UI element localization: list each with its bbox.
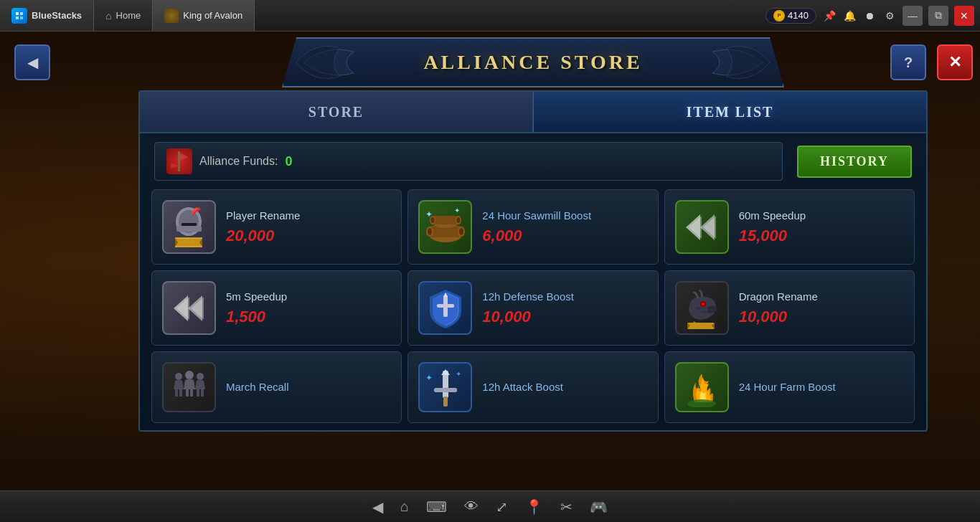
svg-point-28 [456, 217, 460, 223]
item-info: 24 Hour Sawmill Boost 6,000 [482, 209, 647, 246]
svg-rect-51 [179, 388, 182, 397]
svg-point-22 [459, 228, 463, 235]
svg-rect-44 [687, 323, 715, 329]
svg-rect-59 [443, 397, 448, 407]
title-bar-right: P 4140 📌 🔔 ⏺ ⚙ — ⧉ ✕ [765, 6, 980, 26]
item-icon-march [162, 362, 216, 412]
svg-text:✦: ✦ [425, 209, 433, 219]
item-name: Dragon Rename [739, 290, 904, 304]
svg-rect-0 [16, 12, 19, 15]
funds-info: Alliance Funds: 0 [154, 142, 783, 181]
item-icon-speedup-60 [675, 200, 729, 254]
item-card[interactable]: 60m Speedup 15,000 [664, 189, 915, 265]
svg-text:✦: ✦ [456, 370, 461, 378]
item-name: 12h Attack Boost [482, 380, 647, 394]
svg-marker-6 [171, 163, 179, 169]
item-icon-speedup-5 [162, 281, 216, 335]
back-button[interactable]: ◀ [14, 44, 50, 80]
svg-rect-1 [20, 12, 23, 15]
restore-button[interactable]: ⧉ [928, 6, 948, 26]
svg-rect-58 [434, 388, 457, 392]
taskbar-gamepad-icon[interactable]: 🎮 [590, 498, 608, 516]
main-content: STORE ITEM LIST Al [138, 90, 928, 432]
record-icon[interactable]: ⏺ [862, 9, 877, 23]
item-info: 12h Defense Boost 10,000 [482, 290, 647, 327]
settings-icon[interactable]: ⚙ [882, 9, 897, 23]
taskbar-back-icon[interactable]: ◀ [372, 498, 383, 516]
item-card[interactable]: 5m Speedup 1,500 [151, 270, 402, 346]
svg-point-48 [185, 371, 194, 379]
funds-amount: 0 [285, 154, 292, 169]
item-name: 5m Speedup [226, 290, 391, 304]
item-card[interactable]: 24 Hour Farm Boost [664, 351, 915, 423]
item-info: Dragon Rename 10,000 [739, 290, 904, 327]
item-name: Player Rename [226, 209, 391, 223]
tab-item-list[interactable]: ITEM LIST [533, 92, 926, 132]
taskbar-resize-icon[interactable]: ⤢ [496, 498, 508, 516]
bluestacks-label: BlueStacks [32, 10, 82, 21]
item-card[interactable]: ✦ ✦ 12h Attack Boost [407, 351, 658, 423]
close-window-button[interactable]: ✕ [954, 6, 974, 26]
svg-marker-5 [180, 153, 188, 161]
back-icon: ◀ [27, 54, 38, 71]
item-card[interactable]: 12h Defense Boost 10,000 [407, 270, 658, 346]
taskbar-eye-icon[interactable]: 👁 [464, 498, 479, 515]
game-tab[interactable]: King of Avalon [153, 0, 255, 31]
taskbar-home-icon[interactable]: ⌂ [400, 498, 409, 515]
pin-icon[interactable]: 📌 [822, 9, 837, 23]
item-icon-dragon [675, 281, 729, 335]
item-card[interactable]: Dragon Rename 10,000 [664, 270, 915, 346]
coins-badge: P 4140 [765, 8, 816, 24]
home-tab[interactable]: ⌂ Home [94, 0, 153, 31]
item-info: 60m Speedup 15,000 [739, 209, 904, 246]
item-info: 5m Speedup 1,500 [226, 290, 391, 327]
taskbar-scissors-icon[interactable]: ✂ [560, 498, 573, 516]
taskbar-keyboard-icon[interactable]: ⌨ [426, 498, 447, 516]
svg-rect-11 [175, 238, 202, 247]
item-card[interactable]: March Recall [151, 351, 402, 423]
game-tab-icon [164, 9, 179, 23]
svg-point-49 [197, 373, 204, 380]
coins-amount: 4140 [788, 10, 809, 21]
tab-bar: STORE ITEM LIST [140, 92, 926, 133]
svg-rect-10 [182, 223, 197, 226]
svg-rect-4 [178, 151, 180, 171]
svg-rect-55 [201, 388, 204, 397]
alliance-funds-icon [166, 148, 192, 174]
minimize-button[interactable]: — [903, 6, 923, 26]
home-icon: ⌂ [105, 10, 111, 22]
svg-marker-57 [441, 369, 450, 375]
item-icon-defense [418, 281, 472, 335]
title-bar-left: BlueStacks ⌂ Home King of Avalon [0, 0, 255, 31]
notification-icon[interactable]: 🔔 [842, 9, 857, 23]
svg-rect-3 [20, 16, 23, 19]
item-info: 12h Attack Boost [482, 380, 647, 394]
item-icon-player-rename [162, 200, 216, 254]
bluestacks-tab[interactable]: BlueStacks [0, 0, 94, 31]
svg-rect-2 [16, 16, 19, 19]
game-tab-label: King of Avalon [183, 10, 242, 21]
item-card[interactable]: Player Rename 20,000 [151, 189, 402, 265]
items-grid: Player Rename 20,000 [140, 189, 926, 423]
title-bar: BlueStacks ⌂ Home King of Avalon P 4140 … [0, 0, 980, 32]
item-price: 10,000 [482, 308, 647, 326]
item-price: 15,000 [739, 227, 904, 245]
svg-point-47 [175, 373, 182, 380]
taskbar-location-icon[interactable]: 📍 [525, 498, 543, 516]
store-title: ALLIANCE STORE [423, 51, 642, 74]
svg-point-43 [702, 303, 705, 305]
item-icon-sawmill: ✦ ✦ [418, 200, 472, 254]
history-button[interactable]: HISTORY [797, 146, 912, 178]
store-panel: ALLIANCE STORE STORE ITEM LIST [86, 32, 980, 490]
item-price: 10,000 [739, 308, 904, 326]
bluestacks-logo [11, 8, 27, 24]
item-card[interactable]: ✦ ✦ 24 Hour Sawmill Boost 6,000 [407, 189, 658, 265]
svg-rect-52 [186, 388, 189, 397]
svg-text:✦: ✦ [454, 207, 460, 214]
svg-rect-9 [176, 226, 202, 232]
game-area: ◀ ? ✕ ALLIANCE STORE [0, 32, 980, 490]
item-info: Player Rename 20,000 [226, 209, 391, 246]
item-info: 24 Hour Farm Boost [739, 380, 904, 394]
tab-store[interactable]: STORE [140, 92, 533, 132]
svg-rect-24 [433, 216, 458, 224]
